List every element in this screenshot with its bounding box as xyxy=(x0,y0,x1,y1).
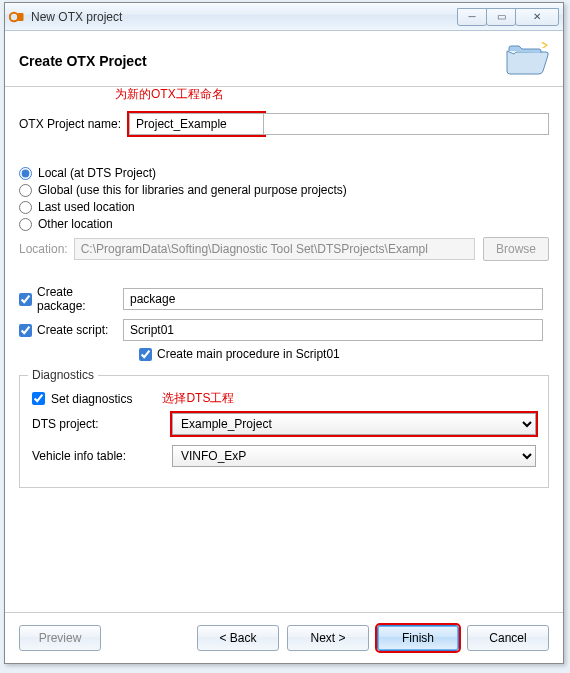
svg-rect-1 xyxy=(18,13,24,21)
project-name-label: OTX Project name: xyxy=(19,117,121,131)
window-title: New OTX project xyxy=(31,10,122,24)
create-package-checkbox[interactable] xyxy=(19,293,32,306)
set-diagnostics-label: Set diagnostics xyxy=(51,392,132,406)
radio-other-label: Other location xyxy=(38,217,113,231)
dialog-body: 为新的OTX工程命名 OTX Project name: Local (at D… xyxy=(5,87,563,496)
svg-point-0 xyxy=(10,12,18,20)
project-name-input[interactable] xyxy=(129,113,264,135)
script-name-input[interactable] xyxy=(123,319,543,341)
create-main-checkbox[interactable] xyxy=(139,348,152,361)
close-button[interactable]: ✕ xyxy=(515,8,559,26)
maximize-button[interactable]: ▭ xyxy=(486,8,516,26)
titlebar: New OTX project ─ ▭ ✕ xyxy=(5,3,563,31)
set-diagnostics-checkbox[interactable] xyxy=(32,392,45,405)
vehicle-info-select[interactable]: VINFO_ExP xyxy=(172,445,536,467)
preview-button[interactable]: Preview xyxy=(19,625,101,651)
annotation-name-hint: 为新的OTX工程命名 xyxy=(115,86,224,103)
create-package-label: Create package: xyxy=(37,285,123,313)
back-button[interactable]: < Back xyxy=(197,625,279,651)
browse-button: Browse xyxy=(483,237,549,261)
radio-last-label: Last used location xyxy=(38,200,135,214)
location-input xyxy=(74,238,475,260)
next-button[interactable]: Next > xyxy=(287,625,369,651)
location-label: Location: xyxy=(19,242,68,256)
radio-other[interactable] xyxy=(19,218,32,231)
radio-local-label: Local (at DTS Project) xyxy=(38,166,156,180)
app-icon xyxy=(9,9,25,25)
vehicle-info-label: Vehicle info table: xyxy=(32,449,172,463)
radio-local[interactable] xyxy=(19,167,32,180)
dialog-footer: Preview < Back Next > Finish Cancel xyxy=(5,612,563,663)
radio-global-label: Global (use this for libraries and gener… xyxy=(38,183,347,197)
dts-project-select[interactable]: Example_Project xyxy=(172,413,536,435)
create-main-label: Create main procedure in Script01 xyxy=(157,347,340,361)
radio-last[interactable] xyxy=(19,201,32,214)
dts-project-label: DTS project: xyxy=(32,417,172,431)
minimize-button[interactable]: ─ xyxy=(457,8,487,26)
annotation-dts-hint: 选择DTS工程 xyxy=(162,390,234,407)
diagnostics-legend: Diagnostics xyxy=(28,368,98,382)
create-script-checkbox[interactable] xyxy=(19,324,32,337)
cancel-button[interactable]: Cancel xyxy=(467,625,549,651)
create-script-label: Create script: xyxy=(37,323,108,337)
project-name-input-ext[interactable] xyxy=(264,113,549,135)
dialog-window: New OTX project ─ ▭ ✕ Create OTX Project… xyxy=(4,2,564,664)
package-name-input[interactable] xyxy=(123,288,543,310)
svg-marker-2 xyxy=(541,42,548,48)
folder-icon xyxy=(505,41,549,80)
radio-global[interactable] xyxy=(19,184,32,197)
dialog-title: Create OTX Project xyxy=(19,53,147,69)
finish-button[interactable]: Finish xyxy=(377,625,459,651)
dialog-header: Create OTX Project xyxy=(5,31,563,87)
diagnostics-group: Diagnostics Set diagnostics 选择DTS工程 DTS … xyxy=(19,375,549,488)
